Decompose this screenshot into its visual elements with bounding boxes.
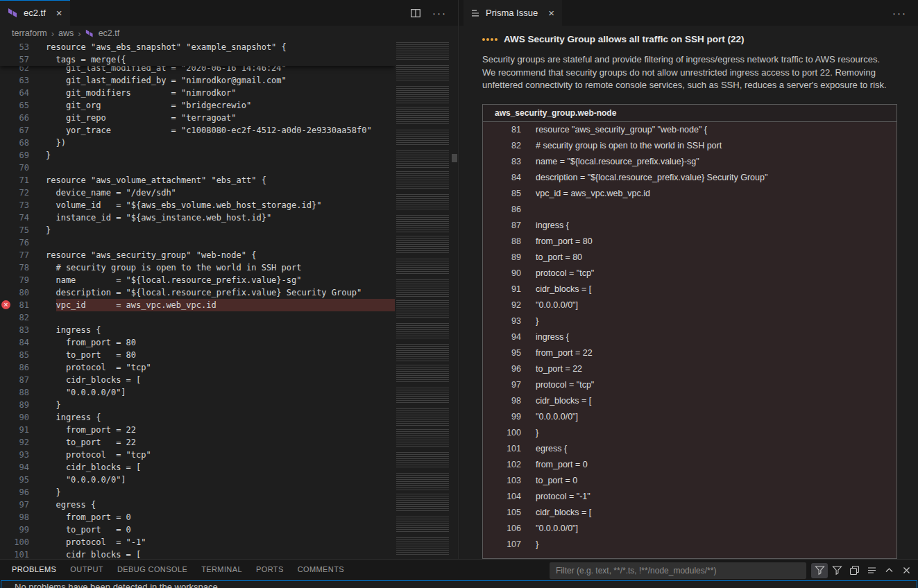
code-line[interactable]: 98 from_port = 0	[0, 511, 395, 524]
code-line[interactable]: 99 to_port = 0	[0, 524, 395, 536]
panel-tab[interactable]: OUTPUT	[70, 560, 103, 581]
line-text: "0.0.0.0/0"]	[536, 412, 578, 422]
error-icon-slot	[0, 299, 12, 311]
sticky-line[interactable]: 57 tags = merge({	[0, 53, 395, 66]
close-tab-icon[interactable]: ×	[548, 8, 554, 18]
panel-tab[interactable]: COMMENTS	[298, 560, 344, 581]
line-text: cidr_blocks = [	[536, 396, 591, 406]
code-line[interactable]: 72 device_name = "/dev/sdh"	[0, 187, 395, 199]
breadcrumb-item-file[interactable]: ec2.tf	[99, 28, 120, 38]
line-text: yor_trace = "c1008080-ec2f-4512-a0d0-2e9…	[29, 124, 395, 137]
code-line[interactable]: 95 "0.0.0.0/0"]	[0, 474, 395, 486]
code-line[interactable]: 100 protocol = "-1"	[0, 536, 395, 548]
more-filters-button[interactable]	[828, 563, 845, 578]
panel-tab[interactable]: DEBUG CONSOLE	[117, 560, 187, 581]
code-line[interactable]: 74 instance_id = "${aws_instance.web_hos…	[0, 211, 395, 224]
code-line[interactable]: 70	[0, 162, 395, 174]
close-panel-button[interactable]	[898, 563, 915, 578]
maximize-panel-button[interactable]	[881, 563, 897, 578]
code-line[interactable]: 79 name = "${local.resource_prefix.value…	[0, 274, 395, 286]
code-line[interactable]: 85 to_port = 80	[0, 349, 395, 361]
code-line[interactable]: 86 protocol = "tcp"	[0, 361, 395, 374]
code-line[interactable]: 71 resource "aws_volume_attachment" "ebs…	[0, 174, 395, 187]
line-text: instance_id = "${aws_instance.web_host.i…	[29, 211, 395, 224]
error-icon-slot	[0, 74, 12, 87]
error-icon-slot	[0, 411, 12, 424]
code-line[interactable]: 64 git_modifiers = "nimrodkor"	[0, 87, 395, 99]
code-line[interactable]: 63 git_last_modified_by = "nimrodkor@gma…	[0, 74, 395, 87]
code-line[interactable]: 69 }	[0, 149, 395, 162]
code-line[interactable]: 82	[0, 311, 395, 324]
sticky-line[interactable]: 53 resource "aws_ebs_snapshot" "example_…	[0, 41, 395, 53]
code-line[interactable]: 76	[0, 236, 395, 249]
code-line[interactable]: 89 }	[0, 399, 395, 411]
line-text: # security group is open to the world in…	[29, 261, 395, 274]
filter-button[interactable]	[811, 563, 828, 578]
code-area: 62 git_last_modified_at = "2020-06-16 14…	[0, 41, 395, 559]
code-line[interactable]: 87 cidr_blocks = [	[0, 374, 395, 386]
tab-prisma-issue[interactable]: Prisma Issue ×	[464, 0, 562, 26]
line-number: 65	[12, 99, 29, 112]
minimap[interactable]	[396, 42, 449, 558]
code-line[interactable]: 81 vpc_id = aws_vpc.web_vpc.id	[0, 299, 395, 311]
code-line[interactable]: 68 })	[0, 137, 395, 149]
error-icon-slot	[0, 524, 12, 536]
line-text: from_port = 0	[29, 511, 395, 524]
view-as-table-button[interactable]	[863, 563, 880, 578]
line-number: 76	[12, 236, 29, 249]
panel-tab[interactable]: PROBLEMS	[12, 560, 56, 581]
line-text: cidr_blocks = [	[536, 508, 591, 517]
filter-input[interactable]	[550, 562, 806, 579]
line-text: "0.0.0.0/0"]	[29, 386, 395, 399]
tab-ec2-tf[interactable]: ec2.tf ×	[0, 0, 70, 26]
code-line[interactable]: 80 description = "${local.resource_prefi…	[0, 286, 395, 299]
code-line[interactable]: 94 cidr_blocks = [	[0, 461, 395, 474]
code-line[interactable]: 96 }	[0, 486, 395, 499]
filter-input-box[interactable]	[550, 562, 806, 579]
line-text: }	[536, 539, 538, 549]
more-actions-icon[interactable]: ···	[432, 7, 447, 19]
code-line[interactable]: 75 }	[0, 224, 395, 236]
code-line[interactable]: 66 git_repo = "terragoat"	[0, 112, 395, 124]
line-number: 107	[483, 539, 521, 549]
error-icon-slot	[0, 349, 12, 361]
code-line[interactable]: 65 git_org = "bridgecrewio"	[0, 99, 395, 112]
code-line[interactable]: 93 protocol = "tcp"	[0, 449, 395, 461]
panel-tab[interactable]: PORTS	[256, 560, 284, 581]
line-text: ingress {	[536, 332, 569, 342]
code-line[interactable]: 97 egress {	[0, 499, 395, 511]
editor-scrollbar[interactable]	[451, 41, 458, 559]
breadcrumb-item-terraform[interactable]: terraform	[12, 28, 47, 38]
code-line[interactable]: 73 volume_id = "${aws_ebs_volume.web_hos…	[0, 199, 395, 211]
code-line[interactable]: 88 "0.0.0.0/0"]	[0, 386, 395, 399]
code-line[interactable]: 90 ingress {	[0, 411, 395, 424]
collapse-all-button[interactable]	[846, 563, 862, 578]
error-icon-slot	[0, 87, 12, 99]
issue-code-line: 96 to_port = 22	[483, 361, 896, 377]
code-line[interactable]: 78 # security group is open to the world…	[0, 261, 395, 274]
scrollbar-thumb[interactable]	[452, 154, 457, 162]
line-number: 105	[483, 508, 521, 517]
issue-code-line: 97 protocol = "tcp"	[483, 377, 896, 393]
error-icon-slot	[0, 137, 12, 149]
code-line[interactable]: 84 from_port = 80	[0, 336, 395, 349]
line-text: to_port = 22	[29, 436, 395, 449]
line-number: 93	[12, 449, 29, 461]
issue-content: AWS Security Group allows all traffic on…	[459, 26, 918, 559]
issue-code-line: 93 }	[483, 313, 896, 329]
code-line[interactable]: 77 resource "aws_security_group" "web-no…	[0, 249, 395, 261]
more-actions-icon[interactable]: ···	[892, 7, 907, 19]
line-text: protocol = "-1"	[29, 536, 395, 548]
split-editor-icon[interactable]	[410, 8, 421, 19]
code-line[interactable]: 101 cidr_blocks = [	[0, 548, 395, 559]
close-tab-icon[interactable]: ×	[56, 8, 62, 18]
code-line[interactable]: 92 to_port = 22	[0, 436, 395, 449]
panel-tab[interactable]: TERMINAL	[201, 560, 242, 581]
code-line[interactable]: 67 yor_trace = "c1008080-ec2f-4512-a0d0-…	[0, 124, 395, 137]
code-line[interactable]: 91 from_port = 22	[0, 424, 395, 436]
breadcrumb-item-aws[interactable]: aws	[58, 28, 74, 38]
line-text: to_port = 22	[536, 364, 582, 374]
line-text: vpc_id = aws_vpc.web_vpc.id	[29, 299, 395, 311]
code-line[interactable]: 83 ingress {	[0, 324, 395, 336]
line-number: 72	[12, 187, 29, 199]
